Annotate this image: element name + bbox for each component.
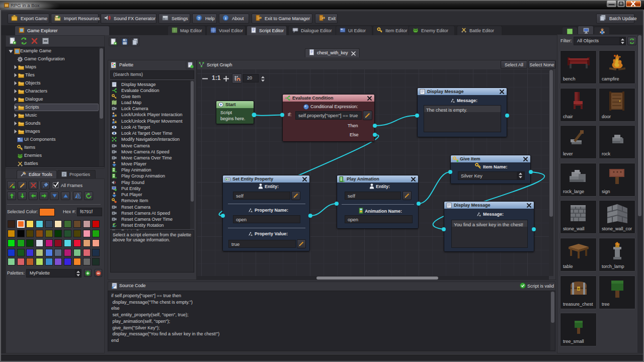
svg-text:?: ? — [198, 16, 200, 21]
svg-text:i: i — [225, 16, 226, 21]
